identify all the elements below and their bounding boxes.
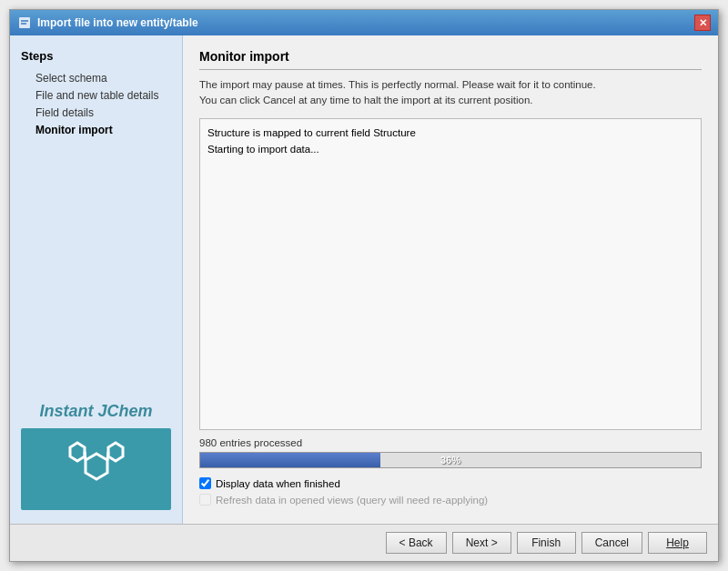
progress-label: 36% xyxy=(440,455,460,466)
checkbox1-row: Display data when finished xyxy=(199,477,702,489)
progress-bar-fill xyxy=(200,453,380,467)
svg-marker-4 xyxy=(70,443,85,461)
finish-button[interactable]: Finish xyxy=(517,532,576,554)
step-1: Select schema xyxy=(35,72,171,85)
svg-rect-0 xyxy=(19,17,30,28)
import-dialog: Import file into new entity/table ✕ Step… xyxy=(9,9,719,562)
next-button[interactable]: Next > xyxy=(452,532,511,554)
title-bar-left: Import file into new entity/table xyxy=(17,15,198,30)
dialog-icon xyxy=(17,15,32,30)
progress-bar: 36% xyxy=(199,452,702,468)
logo-text: Instant JChem xyxy=(21,402,171,421)
cancel-button[interactable]: Cancel xyxy=(581,532,642,554)
dialog-title: Import file into new entity/table xyxy=(37,16,198,29)
logo-svg xyxy=(65,437,128,501)
right-panel: Monitor import The import may pause at t… xyxy=(183,35,718,524)
title-bar: Import file into new entity/table ✕ xyxy=(10,10,718,35)
log-area: Structure is mapped to current field Str… xyxy=(199,118,702,431)
entries-text: 980 entries processed xyxy=(199,437,702,448)
close-button[interactable]: ✕ xyxy=(694,15,711,31)
step-4: Monitor import xyxy=(35,124,171,136)
footer: < Back Next > Finish Cancel Help xyxy=(10,524,718,561)
sidebar: Steps Select schema File and new table d… xyxy=(10,35,183,524)
panel-title: Monitor import xyxy=(199,49,702,70)
step-3: Field details xyxy=(35,106,171,119)
log-line2: Starting to import data... xyxy=(207,141,693,157)
sidebar-logo: Instant JChem xyxy=(21,402,171,510)
step-2: File and new table details xyxy=(35,89,171,102)
log-line1: Structure is mapped to current field Str… xyxy=(207,125,693,141)
logo-icon-area xyxy=(21,428,171,510)
svg-marker-3 xyxy=(86,454,107,479)
steps-list: Select schema File and new table details… xyxy=(21,72,171,141)
svg-marker-5 xyxy=(108,443,123,461)
help-button[interactable]: Help xyxy=(648,532,707,554)
info-text: The import may pause at times. This is p… xyxy=(199,77,702,109)
checkbox2-row: Refresh data in opened views (query will… xyxy=(199,494,702,506)
refresh-data-checkbox[interactable] xyxy=(199,494,211,506)
svg-line-7 xyxy=(107,452,108,460)
steps-title: Steps xyxy=(21,49,171,63)
display-data-label: Display data when finished xyxy=(216,478,340,489)
back-button[interactable]: < Back xyxy=(386,532,447,554)
main-content: Steps Select schema File and new table d… xyxy=(10,35,718,524)
svg-line-6 xyxy=(85,452,86,460)
refresh-data-label: Refresh data in opened views (query will… xyxy=(216,495,488,506)
display-data-checkbox[interactable] xyxy=(199,477,211,489)
